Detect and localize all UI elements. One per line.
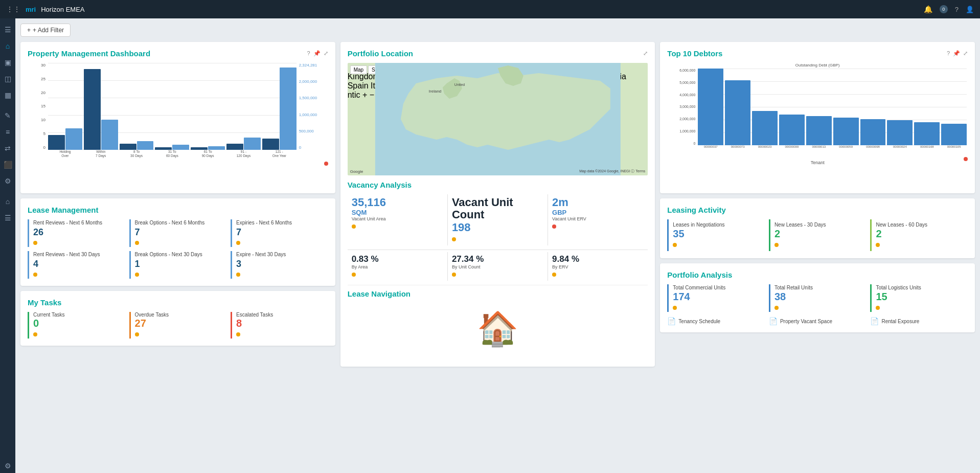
- sidebar-item-layers[interactable]: ◫: [1, 72, 15, 86]
- bar-group-121-year: [262, 63, 297, 150]
- escalated-tasks-label: Escalated Tasks: [236, 312, 328, 318]
- bar-blue: [65, 128, 82, 150]
- sidebar-item-menu[interactable]: ☰: [1, 22, 15, 37]
- bar-blue: [244, 138, 261, 150]
- vacancy-area-dot: [352, 224, 356, 229]
- pmd-icons: ? 📌 ⤢: [307, 50, 328, 57]
- hamburger-icon[interactable]: ⋮⋮: [6, 5, 20, 13]
- help-icon[interactable]: ?: [955, 6, 959, 13]
- escalated-tasks-value: 8: [236, 318, 328, 329]
- tl-label: Total Logistics Units: [876, 284, 968, 291]
- by-area-value: 0.83 %: [352, 254, 443, 264]
- sidebar-item-building[interactable]: ⌂: [1, 194, 15, 209]
- pdf-icon-2: 📄: [769, 317, 778, 325]
- exp-6m-value: 7: [236, 227, 328, 238]
- debtor-bar-1: [698, 69, 723, 145]
- by-erv-label: By ERV: [552, 264, 644, 269]
- pmd-header: Property Management Dashboard ? 📌 ⤢: [28, 49, 328, 58]
- bo-30d-dot: [135, 273, 139, 277]
- debtors-title: Top 10 Debtors: [667, 49, 947, 58]
- sidebar-item-analytics[interactable]: ⬛: [1, 157, 15, 172]
- escalated-tasks-stat: Escalated Tasks 8: [231, 312, 328, 339]
- leases-in-neg: Leases in Negotiations 35: [667, 219, 765, 251]
- portfolio-header: Portfolio Location ⤢: [348, 49, 648, 58]
- nl30-dot: [774, 243, 779, 247]
- overdue-tasks-dot: [135, 332, 139, 336]
- house-icon[interactable]: 🏠: [477, 309, 518, 348]
- current-tasks-value: 0: [33, 318, 125, 329]
- exp-30d-dot: [236, 273, 240, 277]
- tr-value: 38: [774, 291, 867, 303]
- debtors-dot: [964, 157, 968, 161]
- nl60-dot: [876, 243, 880, 247]
- maximize-icon2[interactable]: ⤢: [963, 50, 968, 57]
- main-content: + + Add Filter Property Management Dashb…: [15, 18, 980, 473]
- filter-bar: + + Add Filter: [20, 24, 975, 37]
- sidebar-item-settings[interactable]: ⚙: [1, 174, 15, 188]
- x-label-7days: Within7 Days: [84, 150, 118, 163]
- lease-mgmt-header: Lease Management: [28, 206, 328, 214]
- debtor-x-5: 00000013: [806, 145, 832, 158]
- vacancy-area-stat: 35,116 SQM Vacant Unit Area: [348, 194, 447, 245]
- pin-icon2[interactable]: 📌: [953, 50, 960, 57]
- rr-30d-label: Rent Reviews - Next 30 Days: [33, 251, 125, 258]
- svg-text:United: United: [454, 83, 464, 86]
- rr-6m-value: 26: [33, 227, 125, 238]
- debtor-bar-5: [806, 116, 832, 145]
- bar-group-7days: [84, 63, 118, 150]
- nl60-value: 2: [876, 228, 968, 240]
- vacant-erv-label: Vacant Unit ERV: [552, 216, 644, 221]
- sidebar-item-stack[interactable]: ☰: [1, 211, 15, 225]
- sidebar-item-monitor[interactable]: ▣: [1, 55, 15, 70]
- sidebar-item-tool[interactable]: ✎: [1, 108, 15, 123]
- pdf-icon-1: 📄: [667, 317, 676, 325]
- debtors-y-axis: 6,000,000 5,000,000 4,000,000 3,000,000 …: [667, 69, 697, 145]
- by-count-label: By Unit Count: [452, 264, 543, 269]
- overdue-tasks-stat: Overdue Tasks 27: [129, 312, 227, 339]
- sidebar-item-data[interactable]: ≡: [1, 125, 15, 139]
- question-icon2[interactable]: ?: [947, 50, 950, 57]
- map-data-attribution: Map data ©2024 Google, INEGI ⓘ Terms: [579, 169, 645, 174]
- rr-30d-dot: [33, 273, 37, 277]
- tenancy-schedule-link[interactable]: 📄 Tenancy Schedule: [667, 317, 765, 325]
- exp-6m-dot: [236, 241, 240, 245]
- tc-dot: [673, 306, 677, 310]
- total-commercial: Total Commercial Units 174: [667, 284, 765, 312]
- bo-30d-value: 1: [135, 259, 227, 269]
- by-erv-value: 9.84 %: [552, 254, 644, 264]
- port-analysis-header: Portfolio Analysis: [667, 271, 968, 279]
- vacancy-title: Vacancy Analysis: [348, 181, 648, 189]
- vacancy-by-count: 27.34 % By Unit Count: [448, 252, 548, 281]
- tc-value: 174: [673, 291, 765, 303]
- debtor-bar-7: [860, 119, 886, 145]
- debtor-x-8: 00000024: [887, 145, 913, 158]
- bo-6m-value: 7: [135, 227, 227, 238]
- nl30-label: New Leases - 30 Days: [774, 221, 867, 228]
- rental-exposure-link[interactable]: 📄 Rental Exposure: [870, 317, 968, 325]
- maximize-icon[interactable]: ⤢: [324, 50, 328, 57]
- map-attribution: Google: [350, 169, 363, 174]
- map-container: Map Satellite Ireland UnitedKingdom: [348, 63, 648, 175]
- sidebar-item-settings2[interactable]: ⚙: [1, 459, 15, 473]
- user-icon[interactable]: 👤: [966, 6, 974, 13]
- vacant-area-unit: SQM: [352, 209, 443, 216]
- topbar-actions: 🔔 0 ? 👤: [924, 5, 974, 13]
- debtor-x-4: 00000099: [779, 145, 805, 158]
- lin-value: 35: [673, 228, 765, 240]
- property-vacant-link[interactable]: 📄 Property Vacant Space: [769, 317, 867, 325]
- sidebar-item-chart[interactable]: ▦: [1, 88, 15, 102]
- sidebar-item-transfer[interactable]: ⇄: [1, 141, 15, 155]
- bell-icon[interactable]: 🔔: [924, 5, 932, 13]
- add-filter-button[interactable]: + + Add Filter: [20, 24, 71, 37]
- leasing-stats-grid: Leases in Negotiations 35 New Leases - 3…: [667, 219, 968, 251]
- sidebar-item-home[interactable]: ⌂: [1, 39, 15, 53]
- bar-dark: [48, 135, 65, 150]
- question-icon[interactable]: ?: [307, 50, 310, 57]
- lease-mgmt-title: Lease Management: [28, 206, 328, 214]
- my-tasks-card: My Tasks Current Tasks 0 Overdue Tasks 2…: [20, 291, 335, 346]
- x-label-61-90: 61 To90 Days: [191, 150, 225, 163]
- pin-icon[interactable]: 📌: [313, 50, 321, 57]
- vacancy-by-area: 0.83 % By Area: [348, 252, 447, 281]
- bo-6m-label: Break Options - Next 6 Months: [135, 219, 227, 226]
- expand-icon[interactable]: ⤢: [643, 50, 648, 57]
